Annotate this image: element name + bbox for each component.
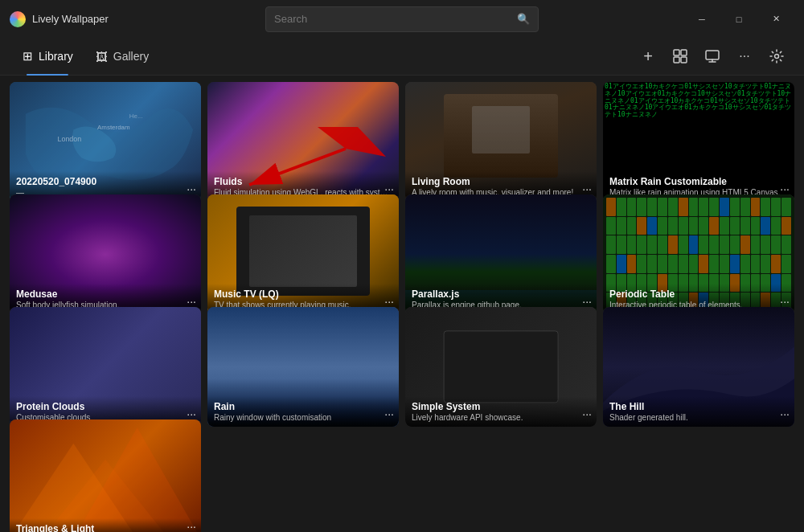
periodic-cell bbox=[627, 255, 637, 273]
card-menu-button[interactable]: ··· bbox=[187, 520, 196, 532]
card-menu-button[interactable]: ··· bbox=[384, 295, 394, 308]
periodic-cell bbox=[699, 217, 708, 235]
screen-button[interactable] bbox=[698, 42, 727, 71]
layout-button[interactable] bbox=[666, 42, 695, 71]
card-thumbnail bbox=[10, 419, 201, 532]
card-menu-button[interactable]: ··· bbox=[582, 182, 592, 195]
periodic-cell bbox=[761, 235, 770, 254]
card-title: 20220520_074900 bbox=[16, 176, 195, 187]
wallpaper-card-hill[interactable]: The Hill Shader generated hill. ··· bbox=[603, 307, 794, 427]
periodic-cell bbox=[606, 198, 616, 216]
periodic-cell bbox=[709, 235, 719, 254]
card-menu-button[interactable]: ··· bbox=[384, 182, 394, 195]
periodic-cell bbox=[771, 255, 781, 273]
card-menu-button[interactable]: ··· bbox=[582, 407, 592, 420]
periodic-cell bbox=[658, 235, 667, 254]
triangles-svg bbox=[10, 419, 201, 532]
wallpaper-grid: London Amsterdam He... 20220520_074900 —… bbox=[0, 76, 804, 532]
svg-rect-4 bbox=[706, 51, 719, 59]
periodic-cell bbox=[617, 235, 626, 254]
search-bar[interactable]: 🔍 bbox=[265, 6, 539, 32]
card-menu-button[interactable]: ··· bbox=[780, 295, 790, 308]
periodic-cell bbox=[689, 198, 699, 216]
periodic-cell bbox=[720, 217, 729, 235]
card-menu-button[interactable]: ··· bbox=[582, 295, 592, 308]
card-title: Simple System bbox=[412, 401, 590, 412]
periodic-cell bbox=[740, 235, 750, 254]
card-desc: Shader generated hill. bbox=[609, 413, 788, 422]
card-title: The Hill bbox=[609, 401, 788, 412]
settings-icon bbox=[769, 49, 784, 63]
wallpaper-card-triangles[interactable]: Triangles & Light ··· bbox=[10, 419, 201, 532]
card-title: Music TV (LQ) bbox=[214, 289, 392, 300]
card-title: Protein Clouds bbox=[16, 401, 195, 412]
periodic-cell bbox=[699, 235, 708, 254]
wallpaper-card-simple[interactable]: Simple System Lively hardware API showca… bbox=[405, 307, 597, 427]
search-input[interactable] bbox=[274, 13, 517, 25]
periodic-cell bbox=[647, 235, 657, 254]
periodic-cell bbox=[617, 217, 626, 235]
periodic-cell bbox=[689, 217, 699, 235]
app-logo bbox=[10, 11, 26, 27]
periodic-cell bbox=[761, 217, 770, 235]
card-menu-button[interactable]: ··· bbox=[384, 407, 394, 420]
periodic-cell bbox=[730, 235, 740, 254]
card-menu-button[interactable]: ··· bbox=[780, 182, 790, 195]
card-title: Rain bbox=[214, 401, 392, 412]
card-desc: Rainy window with customisation bbox=[214, 413, 392, 422]
periodic-cell bbox=[658, 217, 667, 235]
tab-gallery[interactable]: 🖼 Gallery bbox=[86, 45, 158, 68]
library-icon: ⊞ bbox=[23, 49, 33, 63]
gallery-icon: 🖼 bbox=[96, 50, 108, 63]
card-menu-button[interactable]: ··· bbox=[187, 182, 196, 195]
app-title: Lively Wallpaper bbox=[32, 13, 109, 25]
wallpaper-card-rain[interactable]: Rain Rainy window with customisation ··· bbox=[207, 307, 399, 427]
periodic-cell bbox=[781, 217, 791, 235]
wallpaper-card-fluid[interactable]: Fluids Fluid simulation using WebGL, rea… bbox=[207, 82, 399, 202]
periodic-cell bbox=[730, 198, 740, 216]
periodic-cell bbox=[627, 217, 637, 235]
more-button[interactable]: ··· bbox=[730, 42, 759, 71]
card-menu-button[interactable]: ··· bbox=[780, 407, 790, 420]
navbar: ⊞ Library 🖼 Gallery + ··· bbox=[0, 38, 804, 76]
add-button[interactable]: + bbox=[634, 42, 662, 71]
card-title: Living Room bbox=[412, 176, 590, 187]
periodic-cell bbox=[771, 235, 781, 254]
wallpaper-card-medusa[interactable]: Medusae Soft body jellyfish simulation. … bbox=[10, 194, 201, 314]
card-menu-button[interactable]: ··· bbox=[187, 407, 196, 420]
periodic-cell bbox=[751, 198, 761, 216]
periodic-cell bbox=[647, 255, 657, 273]
periodic-cell bbox=[627, 235, 637, 254]
periodic-cell bbox=[647, 198, 657, 216]
wallpaper-card-living[interactable]: Living Room A lively room with music, vi… bbox=[405, 82, 597, 202]
svg-rect-1 bbox=[681, 50, 687, 55]
card-title: Parallax.js bbox=[412, 289, 590, 300]
card-title: Matrix Rain Customizable bbox=[609, 176, 788, 187]
periodic-cell bbox=[637, 217, 646, 235]
card-title: Periodic Table bbox=[609, 289, 788, 300]
periodic-cell bbox=[740, 217, 750, 235]
search-icon: 🔍 bbox=[517, 13, 530, 25]
periodic-cell bbox=[761, 198, 770, 216]
minimize-button[interactable]: ─ bbox=[683, 6, 720, 32]
maximize-button[interactable]: □ bbox=[720, 6, 757, 32]
periodic-cell bbox=[751, 235, 761, 254]
wallpaper-card-protein[interactable]: Protein Clouds Customisable clouds ··· bbox=[10, 307, 201, 427]
periodic-cell bbox=[709, 217, 719, 235]
tab-library[interactable]: ⊞ Library bbox=[13, 44, 83, 68]
close-button[interactable]: ✕ bbox=[757, 6, 794, 32]
gallery-label: Gallery bbox=[113, 50, 149, 63]
wallpaper-card-matrix[interactable]: 01アイウエオ10カキクケコ01サシスセソ10タチツテト01ナニヌネノ10アイウ… bbox=[603, 82, 794, 202]
wallpaper-card-parallax[interactable]: Parallax.js Parallax.js engine github pa… bbox=[405, 194, 597, 314]
wallpaper-card-musictv[interactable]: Music TV (LQ) TV that shows currently pl… bbox=[207, 194, 399, 314]
settings-button[interactable] bbox=[762, 42, 791, 71]
card-title: Fluids bbox=[214, 176, 392, 187]
card-menu-button[interactable]: ··· bbox=[187, 295, 196, 308]
wallpaper-card-geo[interactable]: London Amsterdam He... 20220520_074900 —… bbox=[10, 82, 201, 202]
wallpaper-card-periodic[interactable]: Periodic Table Interactive periodic tabl… bbox=[603, 194, 794, 314]
periodic-cell bbox=[699, 198, 708, 216]
periodic-cell bbox=[637, 235, 646, 254]
periodic-cell bbox=[751, 255, 761, 273]
periodic-cell bbox=[751, 217, 761, 235]
layout-icon bbox=[673, 49, 687, 63]
